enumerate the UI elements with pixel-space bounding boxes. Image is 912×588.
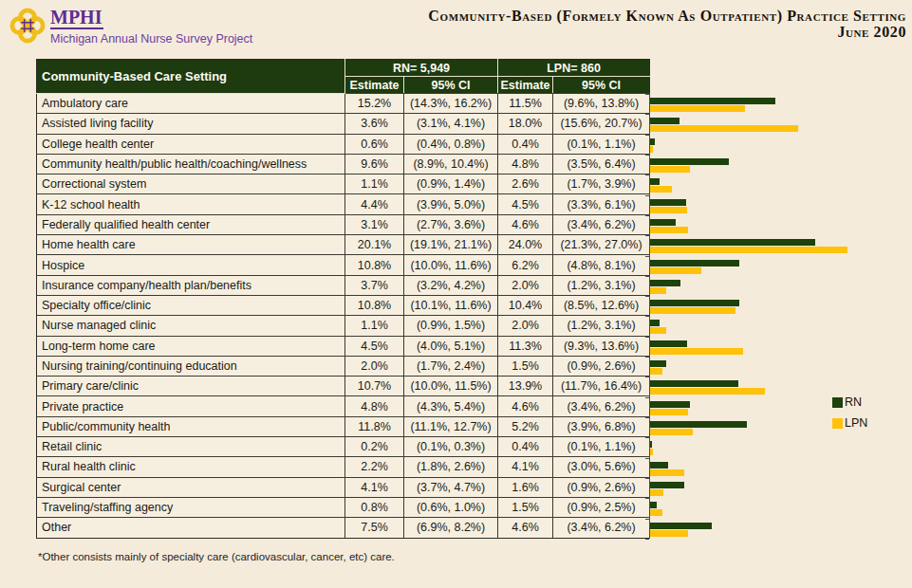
cell-lpn-estimate: 5.2%	[498, 416, 553, 436]
cell-rn-ci: (1.8%, 2.6%)	[404, 457, 498, 477]
cell-lpn-ci: (1.2%, 3.1%)	[553, 316, 650, 336]
table-row: Specialty office/clinic10.8%(10.1%, 11.6…	[37, 295, 650, 315]
chart-row	[650, 357, 907, 377]
rn-bar	[650, 138, 655, 145]
lpn-bar	[650, 489, 663, 496]
legend-item-lpn: LPN	[832, 413, 867, 433]
cell-lpn-ci: (3.0%, 5.6%)	[553, 457, 650, 477]
cell-lpn-estimate: 10.4%	[498, 295, 553, 315]
axis-tick	[645, 114, 649, 115]
cell-care-setting: Specialty office/clinic	[37, 295, 345, 315]
mphi-quatrefoil-icon	[9, 7, 46, 45]
axis-tick	[645, 337, 649, 338]
cell-lpn-estimate: 4.6%	[498, 518, 553, 538]
axis-tick	[645, 276, 649, 277]
chart-row	[650, 195, 907, 215]
rn-bar	[650, 178, 660, 185]
legend-rn-swatch	[832, 397, 843, 408]
cell-care-setting: Insurance company/health plan/benefits	[37, 275, 345, 295]
cell-care-setting: Assisted living facility	[37, 114, 345, 134]
rn-bar	[650, 441, 652, 448]
cell-lpn-ci: (11.7%, 16.4%)	[553, 377, 650, 396]
table-row: Public/community health11.8%(11.1%, 12.7…	[37, 416, 650, 436]
chart-row	[650, 256, 907, 276]
cell-rn-ci: (10.0%, 11.6%)	[404, 255, 498, 275]
cell-care-setting: Public/community health	[37, 416, 345, 436]
cell-lpn-ci: (1.7%, 3.9%)	[553, 175, 650, 194]
cell-care-setting: K-12 school health	[37, 194, 345, 214]
axis-tick	[645, 215, 649, 216]
lpn-bar	[650, 105, 745, 112]
rn-bar	[650, 482, 684, 488]
table-row: Insurance company/health plan/benefits3.…	[37, 275, 650, 295]
rn-bar	[650, 462, 668, 469]
rn-bar	[650, 502, 657, 508]
legend-lpn-label: LPN	[845, 416, 867, 430]
table-row: Traveling/staffing agency0.8%(0.6%, 1.0%…	[37, 497, 650, 517]
cell-lpn-ci: (3.5%, 6.4%)	[553, 154, 650, 174]
rn-bar	[650, 118, 679, 124]
cell-rn-estimate: 1.1%	[345, 316, 404, 336]
cell-care-setting: Traveling/staffing agency	[37, 497, 345, 517]
lpn-bar	[650, 327, 666, 334]
cell-lpn-estimate: 2.0%	[498, 316, 553, 336]
cell-lpn-estimate: 11.5%	[498, 94, 553, 114]
report-title: Community-Based (Formely Known As Outpat…	[428, 8, 906, 40]
cell-lpn-estimate: 4.6%	[498, 214, 553, 234]
cell-lpn-ci: (0.9%, 2.5%)	[553, 497, 650, 517]
cell-rn-estimate: 15.2%	[345, 94, 404, 114]
rn-bar	[650, 421, 747, 428]
cell-lpn-estimate: 0.4%	[498, 437, 553, 457]
axis-tick	[645, 377, 649, 377]
cell-lpn-ci: (0.1%, 1.1%)	[553, 134, 650, 154]
legend-lpn-swatch	[832, 418, 843, 429]
cell-lpn-estimate: 4.8%	[498, 154, 553, 174]
cell-rn-ci: (4.0%, 5.1%)	[404, 336, 498, 356]
table-row: Surgical center4.1%(3.7%, 4.7%)1.6%(0.9%…	[37, 477, 650, 497]
cell-lpn-ci: (1.2%, 3.1%)	[553, 275, 650, 295]
axis-tick	[645, 195, 649, 196]
chart-legend: RN LPN	[832, 392, 867, 433]
cell-care-setting: Ambulatory care	[37, 94, 345, 114]
cell-care-setting: Other	[37, 518, 345, 538]
column-group-lpn: LPN= 860	[498, 60, 650, 77]
chart-row	[650, 296, 907, 316]
cell-rn-estimate: 1.1%	[345, 175, 404, 194]
cell-rn-ci: (10.0%, 11.5%)	[404, 377, 498, 396]
cell-rn-ci: (2.7%, 3.6%)	[404, 214, 498, 234]
rn-bar	[650, 401, 690, 408]
table-row: Long-term home care4.5%(4.0%, 5.1%)11.3%…	[37, 336, 650, 356]
cell-rn-ci: (8.9%, 10.4%)	[404, 154, 498, 174]
chart-row	[650, 437, 907, 457]
table-row: Hospice10.8%(10.0%, 11.6%)6.2%(4.8%, 8.1…	[37, 255, 650, 275]
cell-care-setting: Retail clinic	[37, 437, 345, 457]
cell-rn-estimate: 9.6%	[345, 154, 404, 174]
logo-acronym: MPHI	[50, 7, 103, 29]
cell-lpn-estimate: 11.3%	[498, 336, 553, 356]
cell-rn-estimate: 10.8%	[345, 295, 404, 315]
table-row: Correctional system1.1%(0.9%, 1.4%)2.6%(…	[37, 175, 650, 194]
axis-tick	[645, 316, 649, 317]
chart-row	[650, 377, 907, 396]
table-row: Primary care/clinic10.7%(10.0%, 11.5%)13…	[37, 377, 650, 396]
lpn-bar	[650, 409, 688, 415]
column-header-rn-estimate: Estimate	[345, 77, 404, 94]
axis-tick	[645, 357, 649, 358]
cell-rn-estimate: 3.1%	[345, 214, 404, 234]
cell-rn-estimate: 20.1%	[345, 235, 404, 255]
axis-tick	[645, 397, 649, 398]
bar-chart	[649, 94, 907, 539]
cell-lpn-estimate: 24.0%	[498, 235, 553, 255]
rn-bar	[650, 340, 687, 347]
rn-bar	[650, 260, 739, 266]
lpn-bar	[650, 125, 798, 132]
cell-care-setting: Nursing training/continuing education	[37, 356, 345, 376]
page-subtitle-date: June 2020	[428, 24, 906, 40]
lpn-bar	[650, 186, 672, 193]
cell-care-setting: Private practice	[37, 396, 345, 416]
column-header-lpn-estimate: Estimate	[498, 77, 553, 94]
lpn-bar	[650, 348, 743, 355]
lpn-bar	[650, 469, 684, 476]
axis-tick	[645, 519, 649, 520]
cell-rn-ci: (3.1%, 4.1%)	[404, 114, 498, 134]
